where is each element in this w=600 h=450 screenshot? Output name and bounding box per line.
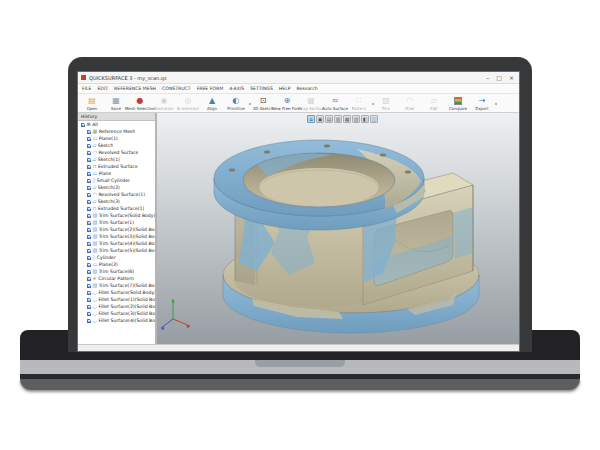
toolbar-button-label: Primitive <box>227 106 245 111</box>
toolbar-mesh-selection[interactable]: ● Mesh Selection <box>128 95 152 112</box>
tree-item[interactable]: ▧ Trim Surface(4)(Solid Body) <box>78 240 155 247</box>
view-wireframe-button[interactable]: ▤ <box>325 115 333 123</box>
tree-item[interactable]: ▱ Sketch(1) <box>78 156 155 163</box>
checkbox-checked-icon[interactable] <box>87 221 91 225</box>
toolbar-wrap-surface[interactable]: ▦ Wrap Surface <box>299 95 323 112</box>
viewport-3d[interactable] <box>157 113 520 346</box>
checkbox-checked-icon[interactable] <box>87 298 91 302</box>
laptop-base-underside <box>20 379 580 390</box>
view-home-button[interactable]: ⌂ <box>307 115 315 123</box>
checkbox-checked-icon[interactable] <box>87 193 91 197</box>
tree-item[interactable]: ◡ Fillet Surface(3)(Solid Body) <box>78 310 155 317</box>
toolbar-export[interactable]: → Export <box>470 95 494 112</box>
checkbox-checked-icon[interactable] <box>87 263 91 267</box>
tree-item[interactable]: ◠ Revolved Surface(1) <box>78 191 155 198</box>
menu-settings[interactable]: SETTINGS <box>250 86 273 91</box>
checkbox-checked-icon[interactable] <box>87 235 91 239</box>
tree-item[interactable]: ▧ Trim Surface(7)(Solid Body) <box>78 282 155 289</box>
tree-item[interactable]: ▭ Plane(1) <box>78 135 155 142</box>
toolbar-pattern[interactable]: ∷ Pattern <box>347 95 371 112</box>
checkbox-checked-icon[interactable] <box>87 305 91 309</box>
view-hidden-line-button[interactable]: ▥ <box>334 115 342 123</box>
tree-item[interactable]: ⊓ Extruded Surface <box>78 163 155 170</box>
toolbar-open[interactable]: ▤ Open <box>80 95 104 112</box>
view-textured-button[interactable]: ▦ <box>343 115 351 123</box>
menu-research[interactable]: Research <box>297 86 318 91</box>
checkbox-checked-icon[interactable] <box>87 256 91 260</box>
tree-item[interactable]: ◡ Fillet Surface(4)(Solid Body) <box>78 317 155 324</box>
menu-4-axis[interactable]: 4-AXIS <box>229 86 244 91</box>
checkbox-checked-icon[interactable] <box>87 228 91 232</box>
menu-help[interactable]: HELP <box>279 86 291 91</box>
checkbox-checked-icon[interactable] <box>87 151 91 155</box>
checkbox-checked-icon[interactable] <box>87 200 91 204</box>
checkbox-checked-icon[interactable] <box>87 284 91 288</box>
tree-item[interactable]: ▧ Trim Surface(5)(Solid Body) <box>78 247 155 254</box>
toolbar-trim[interactable]: ▧ Trim <box>374 95 398 112</box>
toolbar-fillet[interactable]: ◠ Fillet <box>398 95 422 112</box>
tree-item[interactable]: ▯ Cylinder <box>78 254 155 261</box>
tree-item[interactable]: ⊓ Extruded Surface(1) <box>78 205 155 212</box>
tree-item[interactable]: ◡ Fillet Surface(Solid Body) <box>78 289 155 296</box>
tree-item[interactable]: ∗ Circular Pattern <box>78 275 155 282</box>
checkbox-checked-icon[interactable] <box>87 172 91 176</box>
checkbox-checked-icon[interactable] <box>87 158 91 162</box>
view-shaded-button[interactable]: ▣ <box>316 115 324 123</box>
toolbar-screenshot[interactable]: ◎ Screenshot <box>176 95 200 112</box>
tree-item[interactable]: ◡ Fillet Surface(2)(Solid Body) <box>78 303 155 310</box>
laptop-hinge-right <box>532 330 580 353</box>
menu-construct[interactable]: CONSTRUCT <box>162 86 191 91</box>
tree-item[interactable]: ▭ Plane <box>78 170 155 177</box>
view-section-button[interactable]: ▧ <box>352 115 360 123</box>
window-titlebar[interactable]: QUICKSURFACE 3 - my_scan.qs – □ × <box>78 72 519 84</box>
checkbox-checked-icon[interactable] <box>87 137 91 141</box>
checkbox-checked-icon[interactable] <box>87 186 91 190</box>
checkbox-checked-icon[interactable] <box>81 123 85 127</box>
tree-item[interactable]: ▦ Reference Mesh <box>78 128 155 135</box>
tree-item[interactable]: ▱ Sketch(3) <box>78 198 155 205</box>
menu-edit[interactable]: EDIT <box>97 86 108 91</box>
checkbox-checked-icon[interactable] <box>87 291 91 295</box>
checkbox-checked-icon[interactable] <box>87 165 91 169</box>
checkbox-checked-icon[interactable] <box>87 277 91 281</box>
close-button[interactable]: × <box>509 75 514 81</box>
tree-item-label: Extruded Surface <box>98 164 138 169</box>
checkbox-checked-icon[interactable] <box>87 249 91 253</box>
menu-file[interactable]: FILE <box>82 86 91 91</box>
tree-item[interactable]: ◡ Fillet Surface(1)(Solid Body) <box>78 296 155 303</box>
minimize-button[interactable]: – <box>486 75 489 81</box>
tree-item[interactable]: ▭ Plane(2) <box>78 261 155 268</box>
tree-item[interactable]: ▧ Trim Surface(3)(Solid Body) <box>78 233 155 240</box>
menu-reference-mesh[interactable]: REFERENCE MESH <box>114 86 156 91</box>
maximize-button[interactable]: □ <box>496 75 502 81</box>
tree-item[interactable]: ▯ Small Cylinder <box>78 177 155 184</box>
tree-item[interactable]: ▱ Sketch <box>78 142 155 149</box>
toolbar-deviation[interactable]: ◉ Deviation <box>152 95 176 112</box>
menu-free-form[interactable]: FREE FORM <box>197 86 224 91</box>
toolbar-primitive[interactable]: ◐ Primitive <box>224 95 248 112</box>
checkbox-checked-icon[interactable] <box>87 312 91 316</box>
toolbar-auto-surface[interactable]: ≈ Auto Surface <box>323 95 347 112</box>
tree-item[interactable]: ▱ Sketch(2) <box>78 184 155 191</box>
checkbox-checked-icon[interactable] <box>87 270 91 274</box>
toolbar-align[interactable]: ▲ Align <box>200 95 224 112</box>
tree-item[interactable]: ▧ Trim Surface(1) <box>78 219 155 226</box>
view-grid-button[interactable]: ◫ <box>370 115 378 123</box>
toolbar-edit[interactable]: ▱ Edit <box>422 95 446 112</box>
checkbox-checked-icon[interactable] <box>87 179 91 183</box>
tree-item[interactable]: ▧ Trim Surface(Solid Body) <box>78 212 155 219</box>
checkbox-checked-icon[interactable] <box>87 319 91 323</box>
view-split-button[interactable]: ◧ <box>361 115 369 123</box>
checkbox-checked-icon[interactable] <box>87 207 91 211</box>
checkbox-checked-icon[interactable] <box>87 130 91 134</box>
tree-item[interactable]: ◠ Revolved Surface <box>78 149 155 156</box>
toolbar-new-free-form[interactable]: ⊕ New Free Form <box>275 95 299 112</box>
checkbox-checked-icon[interactable] <box>87 214 91 218</box>
tree-item[interactable]: ▧ Trim Surface(2)(Solid Body) <box>78 226 155 233</box>
tree-item[interactable]: ▧ Trim Surface(6) <box>78 268 155 275</box>
toolbar-compare[interactable]: Compare <box>446 95 470 112</box>
checkbox-checked-icon[interactable] <box>87 242 91 246</box>
checkbox-checked-icon[interactable] <box>87 144 91 148</box>
tree-item-label: Cylinder <box>97 255 116 260</box>
tree-root-all[interactable]: ⊞ All <box>78 121 155 128</box>
